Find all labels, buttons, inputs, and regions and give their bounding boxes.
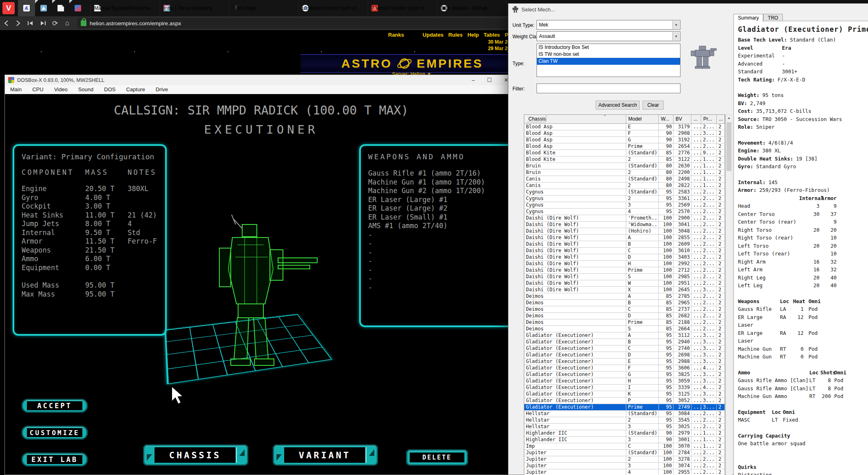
table-row[interactable]: Gladiator (Executioner) E 95 2988 ... 3.… [524,358,725,365]
astro-link[interactable]: Help [467,32,479,38]
browser-tab[interactable]: ⠿ Start Page [229,0,298,16]
table-scrollbar[interactable]: ▲ [726,114,732,475]
table-row[interactable]: Gladiator (Executioner) C 95 2740 ... 3.… [524,345,725,352]
browser-tab[interactable]: 0.18 release · GitHub [437,0,506,16]
weight-class-select[interactable]: Assault ▼ [537,31,680,41]
minimize-icon[interactable]: – [472,77,475,83]
menu-item[interactable]: Drive [150,86,173,92]
table-row[interactable]: Jupiter 2 100 3278 ... 2... 2 [524,456,725,463]
table-row[interactable]: Gladiator (Executioner) I 95 3339 ... 4.… [524,385,725,391]
menu-item[interactable]: CPU [27,86,49,92]
mech-table-header[interactable]: ^Chassis Model W... BV ... Pr... ... [524,115,725,124]
table-row[interactable]: Gladiator (Executioner) Prime 95 2749 ..… [524,404,725,411]
home-icon[interactable]: ⌂ [61,19,73,27]
table-row[interactable]: Deimos B 85 2965 ... 2... 2 [524,300,725,306]
table-row[interactable]: Imp C 100 3070 ... 1... 2 [524,443,725,450]
browser-tab[interactable]: Manual:System/Resource - [91,0,160,16]
pinned-tab[interactable] [35,0,52,16]
table-row[interactable]: Jupiter (Standard) 100 2784 ... 2... 2 [524,450,725,456]
astro-link[interactable]: - [500,32,505,38]
astro-link[interactable]: (127) [404,32,418,38]
table-row[interactable]: Daishi (Dire Wolf) (Hohiro) 100 3048 ...… [524,228,725,235]
table-row[interactable]: Daishi (Dire Wolf) H 100 2992 ... 2... 2 [524,261,725,267]
variant-next-icon[interactable] [369,449,374,456]
table-row[interactable]: Daishi (Dire Wolf) W 100 2951 ... 2... 2 [524,280,725,287]
scroll-up-icon[interactable]: ▲ [726,115,732,121]
table-row[interactable]: Hellstar (Standard) 95 3084 ... 2... 2 [524,411,725,417]
variant-selector-button[interactable]: VARIANT [273,444,378,466]
table-row[interactable]: Deimos S 85 2664 ... 2... 2 [524,326,725,332]
rewind-icon[interactable] [24,21,37,26]
table-row[interactable]: Deimos A 85 2785 ... 2... 2 [524,293,725,300]
table-row[interactable]: Daishi (Dire Wolf) Prime 100 2712 ... 2.… [524,267,725,274]
unit-type-select[interactable]: Mek ▼ [537,20,680,30]
table-row[interactable]: Deimos C 85 2737 ... 2... 2 [524,306,725,313]
table-row[interactable]: Hellstar 3 95 3025 ... 2... 2 [524,424,725,430]
table-row[interactable]: Gladiator (Executioner) G 95 3825 ... 3.… [524,372,725,378]
table-row[interactable]: Daishi (Dire Wolf) X 100 2645 ... 3... 2 [524,287,725,293]
table-row[interactable]: Blood Asp F 90 2908 ... 3... 2 [524,130,725,137]
table-row[interactable]: Daishi (Dire Wolf) A 100 2855 ... 2... 2 [524,235,725,241]
pinned-tab[interactable]: Æ [18,0,35,16]
table-row[interactable]: Gladiator (Executioner) D 95 2698 ... 3.… [524,352,725,358]
advanced-search-button[interactable]: Advanced Search [596,101,640,110]
table-row[interactable]: Daishi (Dire Wolf) B 100 2609 ... 2... 2 [524,241,725,248]
browser-tab[interactable]: ||| 7 Virtual Monitor Apps to [368,0,437,16]
tab-summary[interactable]: Summary [733,14,763,22]
browser-tab[interactable]: G ultrawide monitor split scr [298,0,368,16]
table-row[interactable]: Gladiator (Executioner) A 95 3112 ... 3.… [524,332,725,339]
forward-icon[interactable] [12,20,24,26]
variant-prev-icon[interactable] [276,454,282,461]
table-row[interactable]: Daishi (Dire Wolf) 'Widowma... 100 3041 … [524,222,725,228]
table-row[interactable]: Hellstar 2 95 3545 ... 2... 2 [524,417,725,424]
table-row[interactable]: Blood Asp G 90 3192 ... 2... 2 [524,137,725,143]
chassis-selector-button[interactable]: CHASSIS [143,444,248,466]
pinned-tab[interactable] [69,0,86,16]
astro-link[interactable]: Updates [423,32,444,38]
chevron-down-icon[interactable]: ▼ [672,21,680,29]
filter-input[interactable] [537,84,680,93]
url-text[interactable]: helion.astroempires.com/empire.aspx [90,20,181,26]
table-row[interactable]: Cygnus 4 95 2570 ... 2... 2 [524,209,725,215]
fast-forward-icon[interactable] [37,21,49,26]
type-listbox[interactable]: IS Introductory Box SetIS TW non-box set… [537,44,680,77]
chassis-prev-icon[interactable] [147,454,152,461]
pinned-tab[interactable] [52,0,69,16]
table-row[interactable]: Daishi (Dire Wolf) D 100 3403 ... 2... 2 [524,254,725,261]
table-row[interactable]: Cygnus 3 95 2569 ... 2... 2 [524,202,725,209]
exit-lab-button[interactable]: EXIT LAB [22,453,88,466]
table-row[interactable]: Highlander IIC 3 90 3001 ... 1... 2 [524,437,725,443]
menu-item[interactable]: DOS [99,86,121,92]
menu-item[interactable]: Sound [73,86,99,92]
dialog-title-bar[interactable]: Select Mech... [508,4,868,15]
delete-button[interactable]: DELETE [406,449,468,466]
maximize-icon[interactable]: ☐ [487,77,492,83]
table-row[interactable]: Highlander IIC (Standard) 90 2979 ... 1.… [524,430,725,437]
accept-button[interactable]: ACCEPT [22,399,88,413]
vivaldi-menu-button[interactable]: V [2,2,15,14]
clear-button[interactable]: Clear [643,101,664,110]
browser-tab[interactable]: Intro | Zenva Academy [160,0,229,16]
table-row[interactable]: Cygnus (Standard) 95 2583 ... 2... 2 [524,189,725,196]
customize-button[interactable]: CUSTOMIZE [22,426,88,440]
chassis-next-icon[interactable] [239,449,245,456]
dosbox-title-bar[interactable]: DOSBox-X 0.83.0, 100%, MW2SHELL – ☐ ✕ [5,75,517,85]
table-row[interactable]: Bruin (Standard) 80 2630 ... 1... 2 [524,163,725,169]
table-row[interactable]: Jupiter 4 100 2955 ... 2... 2 [524,469,725,475]
astro-link[interactable]: - [463,32,468,38]
type-option[interactable]: IS TW non-box set [537,51,680,58]
menu-item[interactable]: Capture [121,86,150,92]
table-row[interactable]: Gladiator (Executioner) K 95 3125 ... 3.… [524,391,725,398]
menu-item[interactable]: Main [5,86,27,92]
type-option[interactable]: IS Introductory Box Set [537,44,680,51]
table-row[interactable]: Blood Asp E 90 3179 ... 2... 2 [524,124,725,130]
table-row[interactable]: Gladiator (Executioner) F 95 3606 ... 4.… [524,365,725,372]
table-row[interactable]: Blood Kite (Standard) 85 2776 ... 9... 2 [524,150,725,156]
astro-link[interactable]: Tables [484,32,500,38]
astro-link[interactable]: Ranks [388,32,404,38]
table-row[interactable]: Gladiator (Executioner) B 95 2940 ... 3.… [524,339,725,345]
back-icon[interactable] [0,20,12,26]
table-row[interactable]: Canis (Standard) 80 2498 ... 1... 2 [524,176,725,183]
type-option[interactable]: Clan TW [537,58,680,65]
astro-link[interactable]: - [479,32,484,38]
